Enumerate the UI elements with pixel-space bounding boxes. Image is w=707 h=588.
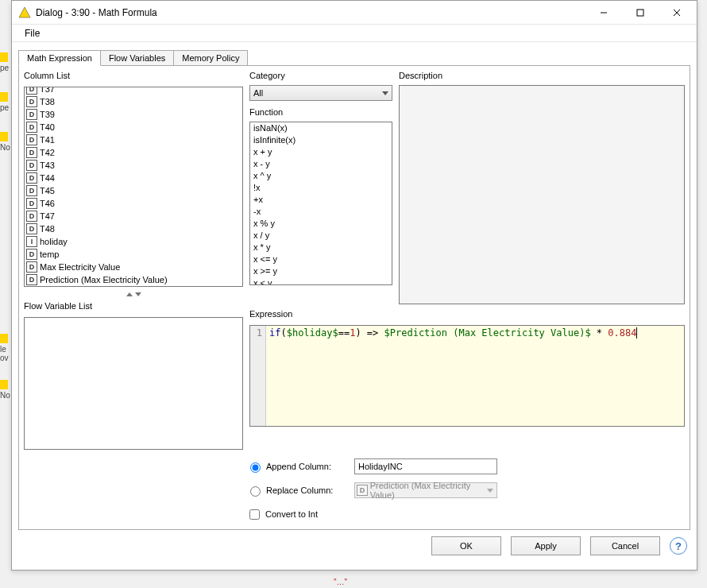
function-list-item[interactable]: x % y: [250, 218, 392, 230]
maximize-button[interactable]: [622, 1, 659, 25]
dtype-icon: D: [26, 249, 37, 260]
bg-text: pe: [0, 103, 9, 112]
column-name: T48: [40, 223, 55, 234]
column-list-label: Column List: [24, 71, 243, 80]
column-name: T41: [40, 134, 55, 145]
replace-column-row: Replace Column: D Prediction (Max Electr…: [246, 480, 685, 501]
right-top-grid: Category All Function isNaN(x)isInfinite…: [249, 71, 685, 304]
tabstrip: Math Expression Flow Variables Memory Po…: [18, 48, 690, 66]
function-list[interactable]: isNaN(x)isInfinite(x)x + yx - yx ^ y!x+x…: [249, 122, 392, 285]
flow-variable-list-label: Flow Variable List: [24, 301, 243, 311]
function-list-item[interactable]: x ^ y: [250, 170, 392, 182]
ok-button[interactable]: OK: [431, 536, 501, 555]
titlebar: Dialog - 3:90 - Math Formula: [12, 1, 697, 25]
column-name: T45: [40, 185, 55, 196]
category-function-pane: Category All Function isNaN(x)isInfinite…: [249, 71, 392, 304]
convert-to-int-checkbox[interactable]: [249, 509, 260, 520]
function-list-item[interactable]: x < y: [250, 277, 392, 285]
function-list-item[interactable]: +x: [250, 194, 392, 206]
column-list-item[interactable]: DPrediction (Max Electricity Value): [25, 273, 242, 286]
function-list-item[interactable]: x - y: [250, 158, 392, 170]
bg-node-marker: [0, 92, 8, 102]
column-name: T42: [40, 147, 55, 158]
dtype-icon: D: [26, 211, 37, 222]
column-list-item[interactable]: DT43: [25, 159, 242, 172]
window-buttons: [585, 1, 695, 25]
button-label: Apply: [535, 541, 557, 551]
column-list-item[interactable]: DT46: [25, 197, 242, 210]
column-list-item[interactable]: DT37: [25, 87, 242, 95]
column-name: Prediction (Max Electricity Value): [40, 274, 168, 285]
replace-column-combo: D Prediction (Max Electricity Value): [354, 482, 497, 498]
column-list-item[interactable]: DT38: [25, 95, 242, 108]
convert-to-int-option[interactable]: Convert to Int: [246, 507, 318, 522]
category-combo[interactable]: All: [249, 85, 392, 101]
column-name: T38: [40, 96, 55, 107]
bg-text: "…": [334, 578, 347, 586]
append-column-name-input[interactable]: [354, 458, 497, 474]
description-box[interactable]: [399, 85, 685, 304]
cancel-button[interactable]: Cancel: [590, 536, 660, 555]
dtype-icon: D: [26, 122, 37, 133]
column-list-item[interactable]: DT39: [25, 108, 242, 121]
flow-variable-list[interactable]: [24, 317, 243, 450]
function-list-item[interactable]: x * y: [250, 242, 392, 253]
tab-memory-policy[interactable]: Memory Policy: [173, 50, 248, 66]
column-list-item[interactable]: DT41: [25, 133, 242, 146]
dtype-icon: D: [26, 261, 37, 273]
function-list-item[interactable]: x >= y: [250, 265, 392, 277]
dtype-icon: D: [26, 109, 37, 120]
close-button[interactable]: [659, 1, 695, 25]
function-list-item[interactable]: isInfinite(x): [250, 134, 392, 146]
help-icon: ?: [675, 540, 682, 552]
expression-gutter: 1: [250, 326, 266, 426]
column-list-item[interactable]: DT47: [25, 210, 242, 222]
function-label: Function: [249, 107, 392, 117]
column-list-item[interactable]: DT48: [25, 222, 242, 235]
replace-column-option[interactable]: Replace Column:: [246, 484, 350, 497]
dialog-button-bar: OK Apply Cancel ?: [18, 530, 690, 562]
column-list-item[interactable]: Iholiday: [25, 235, 242, 248]
bg-node-marker: [0, 334, 8, 343]
bg-text: leov: [0, 345, 9, 362]
help-button[interactable]: ?: [670, 537, 687, 555]
function-list-item[interactable]: x <= y: [250, 253, 392, 265]
column-list-item[interactable]: DT42: [25, 146, 242, 159]
minimize-button[interactable]: [585, 1, 622, 25]
replace-column-radio[interactable]: [250, 486, 261, 497]
function-list-item[interactable]: x + y: [250, 146, 392, 158]
dtype-icon: D: [26, 87, 37, 95]
column-name: T47: [40, 211, 55, 222]
column-list-item[interactable]: DT44: [25, 172, 242, 184]
dtype-icon: D: [26, 274, 37, 285]
function-list-item[interactable]: -x: [250, 206, 392, 218]
function-list-item[interactable]: x / y: [250, 230, 392, 242]
column-list-item[interactable]: DT45: [25, 184, 242, 197]
right-column: Category All Function isNaN(x)isInfinite…: [249, 71, 685, 450]
dtype-icon: D: [357, 485, 368, 496]
expression-editor[interactable]: 1 if($holiday$==1) => $Prediction (Max E…: [249, 325, 685, 427]
button-label: OK: [460, 541, 473, 551]
column-list-item[interactable]: DMax Electricity Value: [25, 261, 242, 273]
column-list-item[interactable]: DT40: [25, 121, 242, 133]
menubar: File: [12, 25, 697, 42]
dtype-icon: D: [26, 147, 37, 158]
function-list-item[interactable]: !x: [250, 182, 392, 194]
tab-flow-variables[interactable]: Flow Variables: [100, 50, 174, 66]
function-list-item[interactable]: isNaN(x): [250, 122, 392, 134]
tab-math-expression[interactable]: Math Expression: [18, 50, 101, 66]
splitter-handle[interactable]: [24, 292, 243, 296]
app-icon: [18, 6, 31, 19]
category-label: Category: [249, 71, 392, 80]
bg-node-marker: [0, 380, 8, 389]
apply-button[interactable]: Apply: [511, 536, 581, 555]
tab-label: Math Expression: [27, 53, 92, 63]
append-column-radio[interactable]: [250, 462, 261, 473]
column-list-item[interactable]: Dtemp: [25, 248, 242, 261]
dtype-icon: D: [26, 96, 37, 107]
column-list[interactable]: DT37DT38DT39DT40DT41DT42DT43DT44DT45DT46…: [24, 87, 243, 287]
menu-file[interactable]: File: [18, 26, 46, 41]
convert-to-int-row: Convert to Int: [246, 504, 685, 524]
append-column-option[interactable]: Append Column:: [246, 460, 350, 473]
dtype-icon: D: [26, 134, 37, 145]
